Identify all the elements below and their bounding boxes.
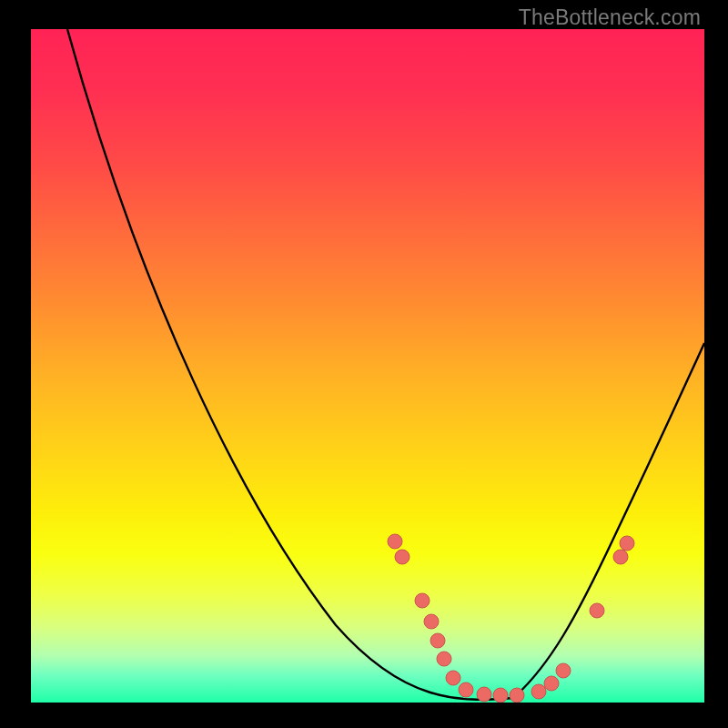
data-point: [613, 550, 628, 564]
data-point: [493, 688, 508, 703]
bottleneck-curve: [67, 29, 704, 700]
data-point: [620, 536, 634, 551]
data-point: [590, 603, 604, 618]
data-point: [446, 671, 460, 685]
data-point: [531, 684, 546, 699]
data-point: [415, 593, 430, 608]
data-point: [544, 676, 559, 691]
chart-svg: [31, 29, 704, 703]
data-point: [388, 534, 402, 549]
data-point: [556, 663, 571, 678]
marker-group: [388, 534, 634, 703]
data-point: [510, 688, 524, 703]
data-point: [477, 687, 491, 702]
data-point: [459, 682, 473, 697]
data-point: [430, 633, 445, 648]
data-point: [424, 614, 439, 629]
data-point: [395, 550, 410, 564]
data-point: [437, 652, 451, 666]
attribution-text: TheBottleneck.com: [519, 5, 701, 30]
